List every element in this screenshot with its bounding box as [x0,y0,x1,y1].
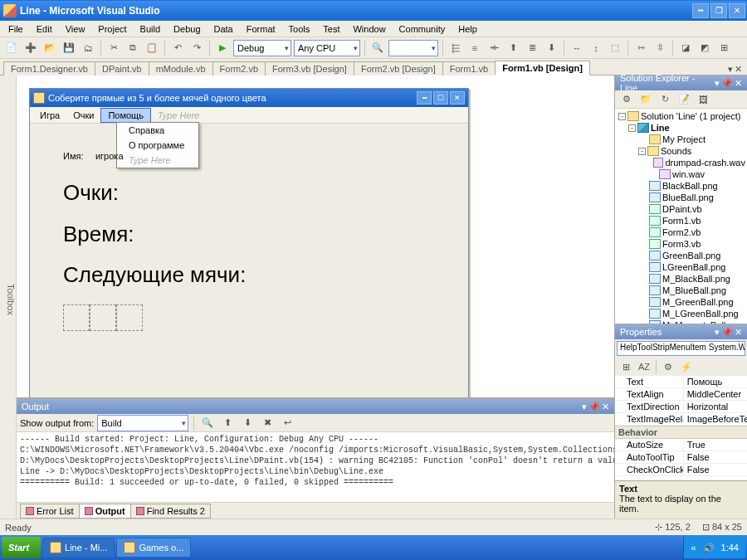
wrap-icon[interactable]: ↩ [279,415,295,431]
tree-node[interactable]: BlackBall.png [617,180,745,192]
panel-pin-icon[interactable]: 📌 [588,402,600,412]
vspace-icon[interactable]: ⇳ [652,40,668,56]
panel-close-icon[interactable]: ✕ [735,327,742,338]
close-button[interactable]: ✕ [729,3,745,18]
tree-node[interactable]: LGreenBall.png [617,261,745,273]
tree-node[interactable]: BlueBall.png [617,192,745,203]
tab-close-icon[interactable]: ✕ [735,64,742,75]
menu-tools[interactable]: Tools [284,22,315,36]
tab-dropdown-icon[interactable]: ▾ [728,64,733,75]
taskbar-task[interactable]: Line - Mi... [42,538,115,558]
form-minimize-button[interactable]: ━ [417,91,432,105]
tree-node[interactable]: Form2.vb [617,226,745,238]
doc-tab[interactable]: Form2.vb [212,61,266,75]
refresh-icon[interactable]: ↻ [657,91,673,108]
property-row[interactable]: AutoSizeTrue [615,439,747,451]
same-height-icon[interactable]: ↕ [588,40,604,56]
align-center-icon[interactable]: ≡ [466,40,483,56]
menustrip-type-here[interactable]: Type Here [151,109,207,122]
align-right-icon[interactable]: ⬲ [486,40,502,56]
tray-clock[interactable]: 1:44 [721,543,739,553]
menu-build[interactable]: Build [135,22,165,36]
hspace-icon[interactable]: ⇿ [632,40,649,56]
doc-tab[interactable]: Form3.vb [Design] [265,61,354,75]
send-back-icon[interactable]: ◩ [696,40,713,56]
menu-community[interactable]: Community [394,22,451,36]
panel-dropdown-icon[interactable]: ▾ [715,78,720,89]
taskbar-task[interactable]: Games o... [116,538,191,558]
menu-project[interactable]: Project [93,22,131,36]
bottom-tab[interactable]: Error List [20,504,80,519]
output-text[interactable]: ------ Build started: Project: Line, Con… [17,432,614,502]
align-top-icon[interactable]: ⬆ [505,40,521,56]
tree-node[interactable]: -Sounds [617,145,745,157]
properties-icon[interactable]: ⚙ [618,91,635,108]
tray-expand-icon[interactable]: « [691,543,696,553]
doc-tab[interactable]: Form1.vb [442,61,496,75]
label-score[interactable]: Очки: [63,173,468,213]
panel-close-icon[interactable]: ✕ [602,402,609,412]
menustrip-item[interactable]: Помощь [100,108,151,123]
undo-icon[interactable]: ↶ [169,40,186,56]
tree-node[interactable]: GreenBall.png [617,250,745,261]
property-category[interactable]: Behavior [615,426,747,439]
tree-node[interactable]: -Solution 'Line' (1 project) [617,110,745,122]
panel-dropdown-icon[interactable]: ▾ [715,327,720,338]
tree-node[interactable]: win.wav [617,168,745,180]
panel-close-icon[interactable]: ✕ [735,78,742,89]
start-debug-icon[interactable]: ▶ [214,40,231,56]
same-width-icon[interactable]: ↔ [569,40,585,56]
properties-grid[interactable]: TextПомощьTextAlignMiddleCenterTextDirec… [615,376,747,480]
property-row[interactable]: TextПомощь [615,376,747,388]
doc-tab[interactable]: Form2.vb [Design] [354,61,443,75]
ball-slot[interactable] [63,304,90,331]
panel-pin-icon[interactable]: 📌 [721,327,733,338]
tree-node[interactable]: My Project [617,134,745,145]
open-icon[interactable]: 📂 [42,40,58,56]
next-message-icon[interactable]: ⬇ [239,415,256,431]
ball-slot[interactable] [116,304,143,331]
property-row[interactable]: TextImageRelatImageBeforeText [615,413,747,426]
minimize-button[interactable]: ━ [692,3,709,18]
events-icon[interactable]: ⚡ [678,358,695,375]
copy-icon[interactable]: ⧉ [124,40,141,56]
tree-node[interactable]: -Line [617,122,745,134]
menu-window[interactable]: Window [348,22,390,36]
properties-icon[interactable]: ⚙ [660,358,676,375]
design-surface[interactable]: Соберите прямые из 5 и более мячей одног… [17,75,614,398]
tree-expand-icon[interactable]: - [638,148,646,155]
design-form[interactable]: Соберите прямые из 5 и более мячей одног… [29,88,469,398]
form-close-button[interactable]: ✕ [450,91,465,105]
tree-node[interactable]: Form1.vb [617,215,745,226]
property-row[interactable]: TextDirectionHorizontal [615,401,747,413]
tree-expand-icon[interactable]: - [618,113,626,120]
align-middle-icon[interactable]: ≣ [524,40,540,56]
panel-pin-icon[interactable]: 📌 [721,78,733,89]
menu-edit[interactable]: Edit [32,22,57,36]
ball-slot[interactable] [90,304,116,331]
tree-node[interactable]: M_GreenBall.png [617,296,745,308]
tree-node[interactable]: drumpad-crash.wav [617,157,745,168]
paste-icon[interactable]: 📋 [144,40,160,56]
menu-data[interactable]: Data [209,22,238,36]
form-menustrip[interactable]: ИграОчкиПомощьType Here [30,107,468,124]
tree-node[interactable]: Form3.vb [617,238,745,250]
bottom-tab[interactable]: Output [79,504,131,519]
system-tray[interactable]: « 🔊 1:44 [683,537,745,558]
find-combo[interactable] [388,40,438,56]
cut-icon[interactable]: ✂ [105,40,122,56]
align-left-icon[interactable]: ⬱ [447,40,464,56]
alphabetical-icon[interactable]: AZ [636,358,652,375]
view-code-icon[interactable]: 📝 [676,91,692,108]
platform-select[interactable]: Any CPU [294,40,360,56]
label-next[interactable]: Следующие мячи: [63,255,468,295]
menu-help[interactable]: Help [453,22,482,36]
tree-expand-icon[interactable]: - [628,124,636,132]
redo-icon[interactable]: ↷ [188,40,205,56]
start-button[interactable]: Start [2,537,41,558]
tree-node[interactable]: M_BlueBall.png [617,285,745,296]
prev-message-icon[interactable]: ⬆ [219,415,236,431]
same-size-icon[interactable]: ⬚ [607,40,623,56]
show-all-icon[interactable]: 📁 [637,91,654,108]
properties-object-select[interactable]: HelpToolStripMenuItem System.Wi [617,341,745,356]
